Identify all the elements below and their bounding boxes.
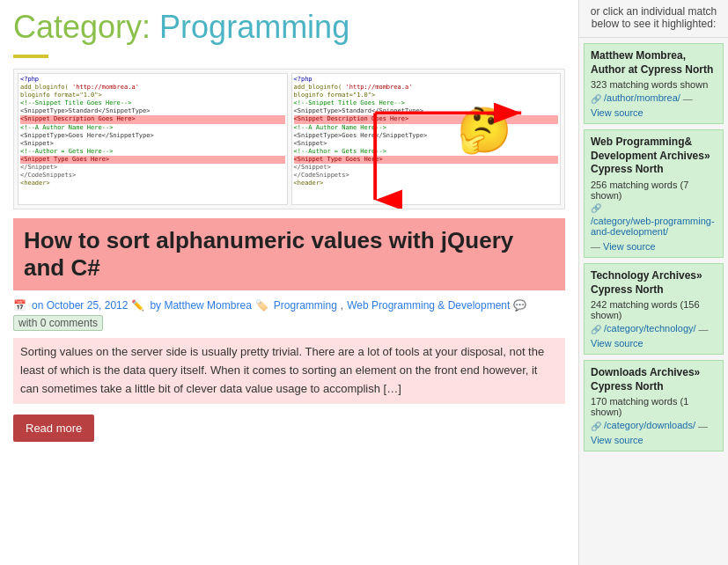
match-path-link-3[interactable]: /category/downloads/	[604, 420, 695, 430]
main-content: Category: Programming <?php add_bloginfo…	[0, 0, 578, 565]
category-value: Programming	[159, 9, 349, 45]
sep-1: —	[591, 241, 600, 252]
sep-0: —	[683, 93, 693, 104]
match-words-2: 242 matching words (156 shown)	[591, 299, 717, 320]
sep-2: —	[699, 324, 709, 334]
link-icon-1: 🔗	[591, 203, 601, 213]
sidebar-top-text: or click an individual match below to se…	[579, 0, 728, 38]
match-words-3: 170 matching words (1 shown)	[591, 396, 717, 417]
match-card-3: Downloads Archives» Cypress North 170 ma…	[584, 360, 724, 451]
match-title-0: Matthew Mombrea, Author at Cypress North	[591, 49, 717, 77]
read-more-button[interactable]: Read more	[13, 415, 94, 442]
match-path-link-1[interactable]: /category/web-programming-and-developmen…	[591, 216, 717, 237]
calendar-icon: 📅	[13, 299, 26, 312]
post-category-link2[interactable]: Web Programming & Development	[347, 299, 510, 312]
code-col-left: <?php add_bloginfo( 'http://mombrea.a' b…	[18, 73, 288, 205]
edit-icon: ✏️	[131, 299, 144, 312]
view-source-link-2[interactable]: View source	[591, 338, 643, 349]
match-cards-container: Matthew Mombrea, Author at Cypress North…	[579, 43, 728, 451]
sidebar: or click an individual match below to se…	[578, 0, 728, 565]
match-path-link-0[interactable]: /author/mombrea/	[604, 92, 680, 103]
post-category-link[interactable]: Programming	[274, 299, 337, 312]
page-title: Category: Programming	[13, 9, 565, 46]
category-label: Category:	[13, 9, 151, 45]
match-title-3: Downloads Archives» Cypress North	[591, 366, 717, 393]
code-snippet-block: <?php add_bloginfo( 'http://mombrea.a' b…	[13, 69, 565, 209]
sep-3: —	[698, 421, 708, 431]
comment-icon: 💬	[513, 299, 526, 312]
match-words-0: 323 matching words shown	[591, 79, 717, 90]
post-title: How to sort alphanumeric values with jQu…	[24, 227, 555, 282]
decorative-bar	[13, 55, 48, 58]
post-meta: 📅 on October 25, 2012 ✏️ by Matthew Momb…	[13, 299, 565, 331]
post-title-block: How to sort alphanumeric values with jQu…	[13, 218, 565, 290]
view-source-link-0[interactable]: View source	[591, 107, 643, 118]
link-icon-0: 🔗	[591, 94, 601, 104]
match-card-1: Web Programming& Development Archives» C…	[584, 129, 724, 258]
view-source-link-3[interactable]: View source	[591, 435, 643, 445]
match-title-2: Technology Archives» Cypress North	[591, 269, 717, 297]
code-col-right: <?php add_bloginfo( 'http://mombrea.a' b…	[291, 73, 562, 205]
post-date-link[interactable]: on October 25, 2012	[32, 299, 128, 312]
link-icon-3: 🔗	[591, 422, 601, 431]
match-words-1: 256 matching words (7 shown)	[591, 180, 717, 201]
link-icon-2: 🔗	[591, 325, 601, 334]
comment-badge: with 0 comments	[13, 315, 103, 331]
post-author-link[interactable]: by Matthew Mombrea	[150, 299, 251, 312]
thinking-emoji: 🤔	[457, 105, 511, 156]
tag-icon: 🏷️	[255, 299, 268, 312]
match-card-2: Technology Archives» Cypress North 242 m…	[584, 263, 724, 355]
view-source-link-1[interactable]: View source	[603, 241, 656, 252]
match-path-link-2[interactable]: /category/technology/	[604, 323, 696, 334]
match-title-1: Web Programming& Development Archives» C…	[591, 136, 717, 177]
post-excerpt: Sorting values on the server side is usu…	[13, 338, 565, 403]
match-card-0: Matthew Mombrea, Author at Cypress North…	[584, 43, 724, 124]
